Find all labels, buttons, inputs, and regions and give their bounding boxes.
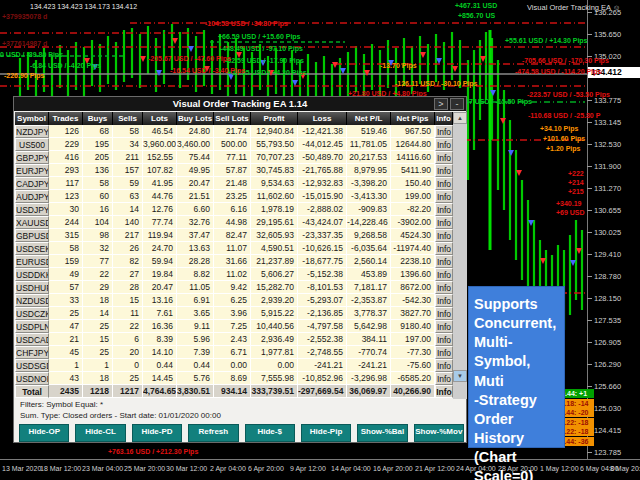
symbol-cell[interactable]: USDNOK (15, 372, 49, 385)
info-button[interactable]: Info (435, 320, 453, 333)
value-cell: 32 (83, 242, 113, 255)
value-cell: -12,421.38 (298, 125, 347, 138)
info-button[interactable]: Info (435, 125, 453, 138)
symbol-cell[interactable]: USDPLN (15, 320, 49, 333)
scroll-up-button[interactable]: ▲ (453, 112, 467, 124)
value-cell: 11.07 (214, 242, 251, 255)
symbol-cell[interactable]: US500 (15, 138, 49, 151)
table-total-row: Total2435121812174,764.653,830.51934.143… (15, 385, 453, 398)
panel-title[interactable]: Visual Order Tracking EA 1.14 (14, 97, 466, 111)
column-header-lots[interactable]: Lots (143, 112, 177, 125)
value-cell: -3,413.30 (347, 190, 391, 203)
ea-button-show-%bal[interactable]: Show-%Bal (357, 424, 407, 442)
symbol-cell[interactable]: EURUSD (15, 255, 49, 268)
info-button[interactable]: Info (435, 138, 453, 151)
order-line-label: +69 USD (556, 209, 585, 216)
symbol-cell[interactable]: AUDJPY (15, 190, 49, 203)
value-cell: 7,555.98 (251, 372, 298, 385)
symbol-cell[interactable]: NZDUSD (15, 294, 49, 307)
ea-button-refresh[interactable]: Refresh (188, 424, 238, 442)
price-tick: 129.410 (594, 250, 621, 259)
price-tick: 130.025 (594, 228, 621, 237)
symbol-cell[interactable]: EURJPY (15, 164, 49, 177)
value-cell: 23.25 (214, 190, 251, 203)
symbol-cell[interactable]: CHFJPY (15, 346, 49, 359)
info-button[interactable]: Info (435, 242, 453, 255)
price-tick: 128.150 (594, 294, 621, 303)
symbol-cell[interactable]: USDJPY (15, 203, 49, 216)
column-header-profit[interactable]: Profit (251, 112, 298, 125)
symbol-cell[interactable]: XAUUSD (15, 216, 49, 229)
symbol-cell[interactable]: USDSEK (15, 242, 49, 255)
info-button[interactable]: Info (435, 333, 453, 346)
info-button[interactable]: Info (435, 281, 453, 294)
panel-expand-button[interactable]: > (434, 98, 448, 110)
value-cell: 5411.90 (391, 164, 435, 177)
info-button[interactable]: Info (435, 164, 453, 177)
ea-button-hide-pd[interactable]: Hide-PD (132, 424, 182, 442)
symbol-cell[interactable]: USDCZK (15, 307, 49, 320)
symbol-cell[interactable]: NZDJPY (15, 125, 49, 138)
info-button[interactable]: Info (435, 203, 453, 216)
column-header-trades[interactable]: Trades (49, 112, 83, 125)
order-line-label: -448.49 USD / -97.10 Pips (220, 45, 303, 52)
symbol-cell[interactable]: GBPJPY (15, 151, 49, 164)
info-button[interactable]: Info (435, 359, 453, 372)
info-button[interactable]: Info (435, 190, 453, 203)
column-header-loss[interactable]: Loss (298, 112, 347, 125)
price-tick: 131.900 (594, 162, 621, 171)
column-header-info[interactable]: Info (435, 112, 453, 125)
column-header-net-p-l[interactable]: Net P/L (347, 112, 391, 125)
value-cell: 3827.70 (391, 307, 435, 320)
table-row: USDDKK49222719.848.8211.025,606.27-5,152… (15, 268, 453, 281)
table-scrollbar[interactable]: ▲ ▼ (453, 112, 467, 399)
ea-button-show-%mov[interactable]: Show-%Mov (414, 424, 464, 442)
scroll-down-button[interactable]: ▼ (453, 370, 467, 382)
info-button[interactable]: Info (435, 216, 453, 229)
value-cell: 217 (113, 229, 143, 242)
info-button[interactable]: Info (435, 372, 453, 385)
value-cell: 14.45 (143, 372, 177, 385)
value-cell: -23,337.35 (298, 229, 347, 242)
info-button[interactable]: Info (435, 255, 453, 268)
info-button[interactable]: Info (435, 268, 453, 281)
column-header-buy-lots[interactable]: Buy Lots (177, 112, 214, 125)
info-button[interactable]: Info (435, 151, 453, 164)
column-header-sell-lots[interactable]: Sell Lots (214, 112, 251, 125)
symbol-cell[interactable]: USDSGD (15, 359, 49, 372)
symbol-cell[interactable]: USDHUF (15, 281, 49, 294)
price-tick: 130.655 (594, 206, 621, 215)
symbol-cell[interactable]: CADJPY (15, 177, 49, 190)
column-header-sells[interactable]: Sells (113, 112, 143, 125)
value-cell: 36,069.97 (347, 385, 391, 398)
ea-button-hide-op[interactable]: Hide-OP (19, 424, 69, 442)
value-cell: 8672.00 (391, 281, 435, 294)
symbol-cell[interactable]: GBPUSD (15, 229, 49, 242)
ea-button-hide-pip[interactable]: Hide-Pip (301, 424, 351, 442)
value-cell: 199.00 (391, 190, 435, 203)
info-button[interactable]: Info (435, 229, 453, 242)
value-cell: 8.39 (143, 333, 177, 346)
value-cell: 7.61 (143, 307, 177, 320)
panel-minimize-button[interactable]: - (450, 98, 464, 110)
column-header-symbol[interactable]: Symbol (15, 112, 49, 125)
order-line-label: -82.59 USD / -17.90 Pips (225, 57, 304, 64)
ea-button-hide-[interactable]: Hide-$ (245, 424, 295, 442)
total-label: Total (15, 385, 49, 398)
ea-button-hide-cl[interactable]: Hide-CL (75, 424, 125, 442)
table-row: EURUSD159778259.9428.2831.6621,237.89-18… (15, 255, 453, 268)
info-button[interactable]: Info (435, 346, 453, 359)
column-header-buys[interactable]: Buys (83, 112, 113, 125)
column-header-net-pips[interactable]: Net Pips (391, 112, 435, 125)
value-cell: 29 (83, 281, 113, 294)
value-cell: 2,939.20 (251, 294, 298, 307)
info-button[interactable]: Info (435, 294, 453, 307)
info-button[interactable]: Info (435, 177, 453, 190)
info-button[interactable]: Info (435, 385, 453, 398)
value-cell: 12644.80 (391, 138, 435, 151)
value-cell: 6.71 (214, 346, 251, 359)
info-button[interactable]: Info (435, 307, 453, 320)
symbol-cell[interactable]: USDDKK (15, 268, 49, 281)
value-cell: 2.43 (214, 333, 251, 346)
symbol-cell[interactable]: USDCAD (15, 333, 49, 346)
